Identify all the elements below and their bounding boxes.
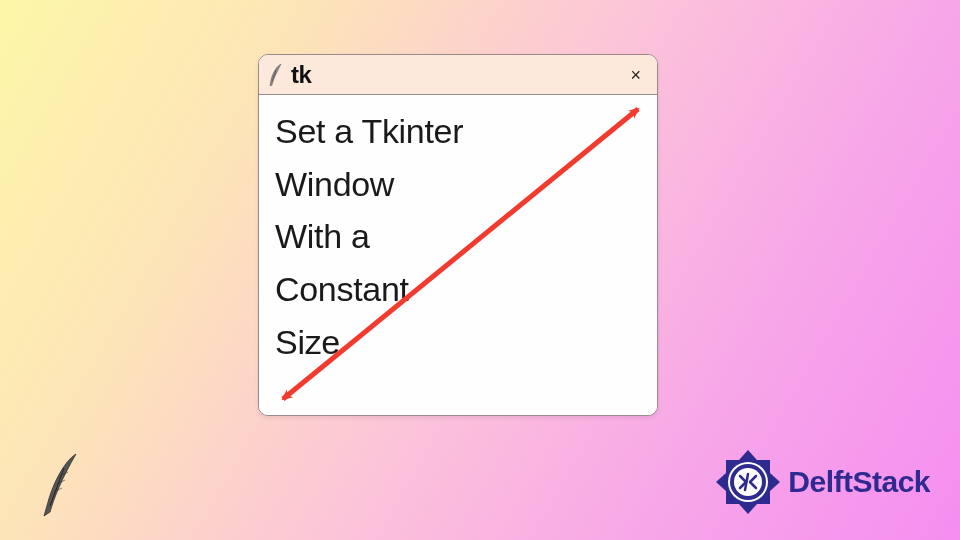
body-text: Set a Tkinter Window With a Constant Siz… bbox=[275, 105, 641, 368]
window-title: tk bbox=[291, 61, 311, 89]
svg-line-2 bbox=[50, 468, 64, 506]
feather-icon bbox=[267, 62, 285, 88]
brand-name: DelftStack bbox=[788, 465, 930, 499]
feather-icon bbox=[40, 450, 84, 520]
brand: DelftStack bbox=[712, 446, 930, 518]
svg-point-9 bbox=[734, 468, 762, 496]
close-icon[interactable]: × bbox=[626, 64, 645, 86]
window-body: Set a Tkinter Window With a Constant Siz… bbox=[259, 95, 657, 415]
brand-logo-icon bbox=[712, 446, 784, 518]
titlebar: tk × bbox=[259, 55, 657, 95]
tk-window: tk × Set a Tkinter Window With a Constan… bbox=[258, 54, 658, 416]
titlebar-left: tk bbox=[267, 61, 311, 89]
